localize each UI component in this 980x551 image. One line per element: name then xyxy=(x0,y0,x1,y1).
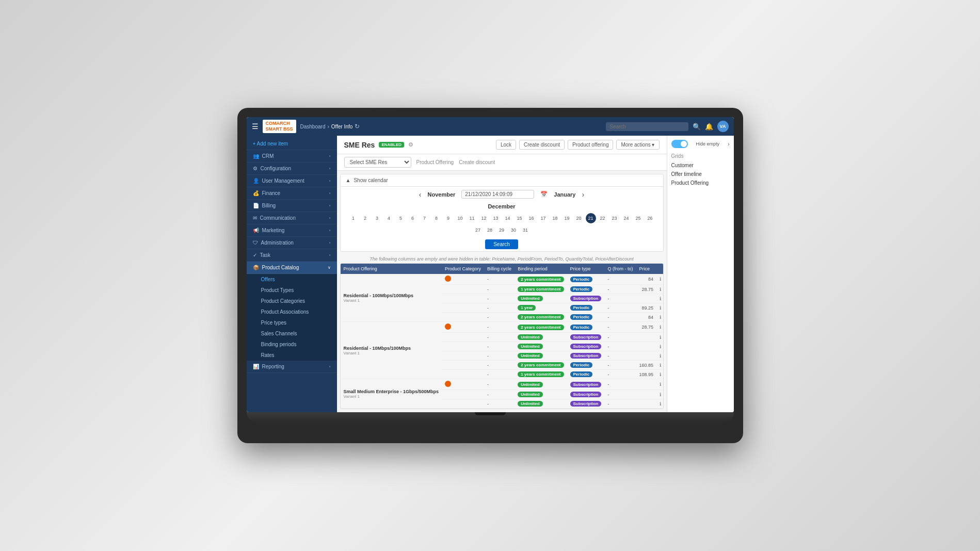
info-icon[interactable]: ℹ xyxy=(660,392,661,397)
more-icon[interactable]: ⋯ xyxy=(663,305,664,311)
cal-day-10[interactable]: 10 xyxy=(455,213,465,223)
grid-item-offer-timeline[interactable]: Offer timeline xyxy=(671,170,730,179)
info-icon[interactable]: ℹ xyxy=(660,363,661,368)
search-icon[interactable]: 🔍 xyxy=(693,123,701,131)
sidebar-item-reporting[interactable]: 📊Reporting › xyxy=(247,361,337,373)
prev-month-arrow[interactable]: ‹ xyxy=(419,190,422,199)
cal-day-9[interactable]: 9 xyxy=(443,213,454,223)
cal-day-29[interactable]: 29 xyxy=(496,225,507,235)
add-new-item-button[interactable]: + Add new item xyxy=(247,138,337,150)
cal-day-22[interactable]: 22 xyxy=(598,213,608,223)
info-icon[interactable]: ℹ xyxy=(660,325,661,330)
sidebar-sub-product-categories[interactable]: Product Categories xyxy=(247,296,337,306)
info-icon[interactable]: ℹ xyxy=(660,344,661,349)
col-product-category[interactable]: Product Category xyxy=(442,264,484,274)
notification-icon[interactable]: 🔔 xyxy=(705,123,713,131)
info-icon[interactable]: ℹ xyxy=(660,305,661,311)
cal-day-8[interactable]: 8 xyxy=(431,213,442,223)
more-icon[interactable]: ⋯ xyxy=(663,372,664,377)
cal-day-25[interactable]: 25 xyxy=(633,213,644,223)
breadcrumb-dashboard[interactable]: Dashboard xyxy=(300,124,326,129)
more-icon[interactable]: ⋯ xyxy=(663,277,664,282)
cal-day-4[interactable]: 4 xyxy=(384,213,394,223)
more-icon[interactable]: ⋯ xyxy=(663,287,664,292)
cal-day-27[interactable]: 27 xyxy=(473,225,483,235)
more-icon[interactable]: ⋯ xyxy=(663,296,664,301)
cal-day-6[interactable]: 6 xyxy=(408,213,418,223)
sidebar-item-marketing[interactable]: 📢Marketing › xyxy=(247,224,337,237)
cal-day-5[interactable]: 5 xyxy=(396,213,406,223)
cal-day-16[interactable]: 16 xyxy=(526,213,537,223)
search-button[interactable]: Search xyxy=(485,239,518,249)
cal-day-30[interactable]: 30 xyxy=(508,225,519,235)
info-icon[interactable]: ℹ xyxy=(660,372,661,377)
col-q-from-to[interactable]: Q (from - to) xyxy=(604,264,636,274)
sidebar-sub-price-types[interactable]: Price types xyxy=(247,317,337,328)
col-binding-period[interactable]: Binding period xyxy=(515,264,567,274)
search-input[interactable] xyxy=(606,122,688,131)
lock-button[interactable]: Lock xyxy=(496,140,516,150)
cal-day-11[interactable]: 11 xyxy=(467,213,477,223)
sidebar-sub-sales-channels[interactable]: Sales Channels xyxy=(247,328,337,339)
info-icon[interactable]: ℹ xyxy=(660,277,661,282)
info-icon[interactable]: ℹ xyxy=(660,335,661,340)
sidebar-item-administration[interactable]: 🛡Administration › xyxy=(247,237,337,249)
cal-day-28[interactable]: 28 xyxy=(485,225,495,235)
next-month-arrow[interactable]: › xyxy=(582,190,585,199)
grid-item-customer[interactable]: Customer xyxy=(671,161,730,170)
avatar[interactable]: VA xyxy=(717,121,729,132)
cal-day-26[interactable]: 26 xyxy=(645,213,655,223)
more-icon[interactable]: ⋯ xyxy=(663,392,664,397)
hide-empty-toggle[interactable] xyxy=(671,140,688,148)
sidebar-item-crm[interactable]: 👥CRM › xyxy=(247,150,337,163)
more-icon[interactable]: ⋯ xyxy=(663,315,664,320)
col-price[interactable]: Price xyxy=(636,264,656,274)
hamburger-icon[interactable]: ☰ xyxy=(252,122,259,131)
sidebar-sub-product-associations[interactable]: Product Associations xyxy=(247,306,337,317)
cal-day-31[interactable]: 31 xyxy=(520,225,531,235)
cal-day-3[interactable]: 3 xyxy=(372,213,382,223)
show-calendar-toggle[interactable]: ▲ Show calendar xyxy=(341,174,663,187)
more-icon[interactable]: ⋯ xyxy=(663,382,664,387)
sidebar-item-configuration[interactable]: ⚙Configuration › xyxy=(247,163,337,175)
sidebar-sub-binding-periods[interactable]: Binding periods xyxy=(247,339,337,350)
cal-day-7[interactable]: 7 xyxy=(420,213,430,223)
sidebar-sub-offers[interactable]: Offers xyxy=(247,274,337,285)
sidebar-item-finance[interactable]: 💰Finance › xyxy=(247,187,337,200)
more-icon[interactable]: ⋯ xyxy=(663,363,664,368)
sidebar-item-communication[interactable]: ✉Communication › xyxy=(247,212,337,224)
cal-day-24[interactable]: 24 xyxy=(621,213,632,223)
sidebar-sub-product-types[interactable]: Product Types xyxy=(247,285,337,296)
info-icon[interactable]: ℹ xyxy=(660,287,661,292)
grid-item-product-offering[interactable]: Product Offering xyxy=(671,179,730,187)
info-icon[interactable]: ℹ xyxy=(660,401,661,407)
cal-day-17[interactable]: 17 xyxy=(538,213,549,223)
product-offering-button[interactable]: Product offering xyxy=(568,140,613,150)
info-icon[interactable]: ℹ xyxy=(660,353,661,359)
sidebar-item-user-management[interactable]: 👤User Management › xyxy=(247,175,337,187)
sidebar-item-billing[interactable]: 📄Billing › xyxy=(247,200,337,212)
more-icon[interactable]: ⋯ xyxy=(663,344,664,349)
cal-day-19[interactable]: 19 xyxy=(562,213,572,223)
sidebar-item-task[interactable]: ✓Task › xyxy=(247,249,337,262)
cal-day-18[interactable]: 18 xyxy=(550,213,560,223)
sme-res-select[interactable]: Select SME Res xyxy=(344,157,411,168)
cal-day-20[interactable]: 20 xyxy=(574,213,584,223)
sidebar-item-product-catalog[interactable]: 📦Product Catalog ∨ xyxy=(247,262,337,274)
cal-day-13[interactable]: 13 xyxy=(491,213,501,223)
info-icon[interactable]: ℹ xyxy=(660,296,661,301)
more-icon[interactable]: ⋯ xyxy=(663,325,664,330)
col-product-offering[interactable]: Product Offering xyxy=(341,264,442,274)
more-icon[interactable]: ⋯ xyxy=(663,335,664,340)
cal-day-12[interactable]: 12 xyxy=(479,213,489,223)
info-icon[interactable]: ℹ xyxy=(660,382,661,387)
col-price-type[interactable]: Price type xyxy=(567,264,605,274)
date-input[interactable] xyxy=(461,190,534,199)
cal-day-15[interactable]: 15 xyxy=(515,213,525,223)
cal-day-1[interactable]: 1 xyxy=(348,213,359,223)
panel-collapse-icon[interactable]: › xyxy=(728,141,729,147)
refresh-icon[interactable]: ↻ xyxy=(355,123,360,130)
more-icon[interactable]: ⋯ xyxy=(663,353,664,359)
info-icon[interactable]: ℹ xyxy=(660,315,661,320)
cal-day-21[interactable]: 21 xyxy=(586,213,596,223)
